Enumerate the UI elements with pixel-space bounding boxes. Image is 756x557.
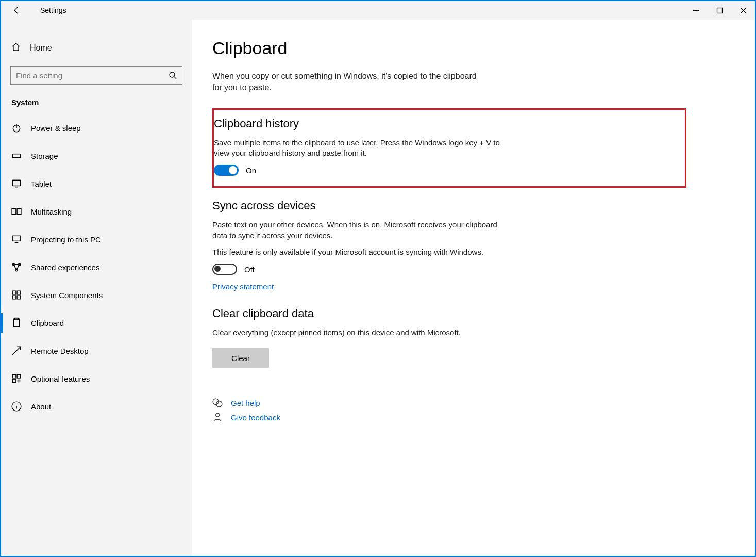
sidebar-item-remote-desktop[interactable]: Remote Desktop (1, 337, 192, 365)
sidebar-item-label: Power & sleep (31, 124, 81, 133)
sidebar-item-system-components[interactable]: System Components (1, 281, 192, 309)
remote-desktop-icon (11, 346, 22, 356)
sync-heading: Sync across devices (212, 199, 734, 212)
clear-button[interactable]: Clear (212, 348, 269, 368)
storage-icon (11, 151, 22, 161)
clear-heading: Clear clipboard data (212, 307, 734, 320)
home-icon (11, 42, 21, 54)
clipboard-history-toggle-state: On (246, 166, 256, 175)
sync-desc-2: This feature is only available if your M… (212, 247, 501, 257)
sidebar-item-label: Tablet (31, 179, 52, 188)
get-help-label: Get help (231, 399, 260, 407)
svg-rect-18 (17, 374, 21, 378)
privacy-statement-link[interactable]: Privacy statement (212, 282, 274, 291)
page-title: Clipboard (212, 38, 734, 58)
sidebar-item-power-sleep[interactable]: Power & sleep (1, 114, 192, 142)
sync-toggle-state: Off (244, 265, 255, 274)
give-feedback-link[interactable]: Give feedback (212, 412, 734, 422)
clipboard-history-desc: Save multiple items to the clipboard to … (214, 138, 502, 159)
svg-rect-19 (12, 379, 16, 383)
sidebar-home-label: Home (30, 43, 52, 53)
sidebar-item-tablet[interactable]: Tablet (1, 170, 192, 198)
svg-rect-12 (17, 291, 21, 294)
maximize-button[interactable] (708, 2, 731, 19)
clipboard-history-toggle[interactable] (214, 165, 239, 176)
sidebar-item-label: Storage (31, 152, 58, 160)
search-box[interactable] (10, 66, 182, 85)
optional-features-icon (11, 373, 22, 384)
sidebar-section-label: System (1, 85, 192, 112)
shared-experiences-icon (11, 262, 22, 272)
minimize-button[interactable] (684, 2, 708, 19)
sidebar-item-projecting[interactable]: Projecting to this PC (1, 225, 192, 253)
projecting-icon (11, 234, 22, 244)
window-title: Settings (33, 6, 66, 14)
svg-rect-11 (12, 291, 16, 294)
svg-rect-4 (12, 180, 21, 186)
svg-rect-6 (17, 208, 21, 214)
sidebar-item-label: Optional features (31, 374, 90, 383)
clipboard-icon (11, 318, 22, 328)
power-icon (11, 123, 22, 133)
sidebar-item-multitasking[interactable]: Multitasking (1, 198, 192, 225)
info-icon (11, 401, 22, 412)
sidebar-item-clipboard[interactable]: Clipboard (1, 309, 192, 337)
sidebar-item-optional-features[interactable]: Optional features (1, 365, 192, 392)
sync-toggle[interactable] (212, 264, 237, 275)
page-intro: When you copy or cut something in Window… (212, 71, 480, 94)
sidebar-item-about[interactable]: About (1, 392, 192, 420)
search-icon[interactable] (163, 72, 182, 79)
sidebar-item-label: System Components (31, 291, 103, 300)
main-content: Clipboard When you copy or cut something… (192, 20, 755, 556)
sidebar-item-label: Shared experiences (31, 263, 99, 272)
search-input[interactable] (11, 71, 163, 80)
help-icon (212, 398, 223, 408)
clipboard-history-highlight: Clipboard history Save multiple items to… (212, 108, 686, 188)
clear-desc: Clear everything (except pinned items) o… (212, 327, 501, 338)
system-components-icon (11, 290, 22, 300)
svg-rect-7 (12, 236, 21, 241)
svg-rect-0 (717, 8, 722, 13)
sidebar-item-label: Remote Desktop (31, 347, 89, 355)
get-help-link[interactable]: Get help (212, 398, 734, 408)
close-button[interactable] (731, 2, 755, 19)
clipboard-history-heading: Clipboard history (214, 117, 676, 130)
svg-rect-5 (12, 208, 16, 214)
sidebar-item-label: Clipboard (31, 319, 64, 327)
give-feedback-label: Give feedback (231, 413, 280, 422)
sidebar: Home System Power & sleep Storage Table (1, 20, 192, 556)
svg-rect-17 (12, 374, 16, 378)
sidebar-home[interactable]: Home (1, 37, 192, 59)
sidebar-item-storage[interactable]: Storage (1, 142, 192, 170)
sidebar-item-label: Multitasking (31, 207, 72, 216)
sidebar-item-label: About (31, 402, 51, 411)
multitasking-icon (11, 206, 22, 217)
sidebar-item-shared-experiences[interactable]: Shared experiences (1, 253, 192, 281)
sidebar-item-label: Projecting to this PC (31, 235, 101, 244)
feedback-icon (212, 412, 223, 422)
tablet-icon (11, 178, 22, 189)
svg-rect-3 (12, 154, 21, 158)
svg-point-1 (170, 72, 175, 77)
titlebar: Settings (1, 1, 755, 20)
back-button[interactable] (12, 6, 21, 14)
svg-point-23 (216, 414, 220, 417)
svg-rect-14 (17, 296, 21, 299)
sync-desc-1: Paste text on your other devices. When t… (212, 220, 501, 241)
svg-rect-13 (12, 296, 16, 299)
